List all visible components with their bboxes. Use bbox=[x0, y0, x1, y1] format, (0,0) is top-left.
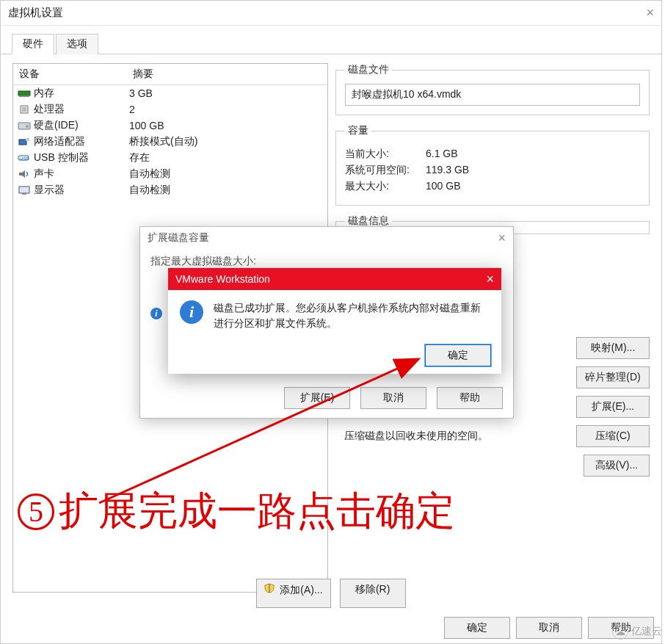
vmware-dialog-titlebar[interactable]: VMware Workstation × bbox=[168, 268, 501, 290]
step-number-icon: 5 bbox=[18, 493, 54, 530]
current-size-label: 当前大小: bbox=[345, 148, 426, 161]
device-row-memory[interactable]: 内存 3 GB bbox=[13, 85, 327, 101]
ok-button[interactable]: 确定 bbox=[444, 617, 510, 639]
disk-icon bbox=[18, 120, 31, 131]
defrag-button[interactable]: 碎片整理(D) bbox=[576, 366, 650, 388]
cancel-button[interactable]: 取消 bbox=[516, 617, 582, 639]
device-row-network[interactable]: 网络适配器 桥接模式(自动) bbox=[13, 134, 327, 150]
tab-hardware[interactable]: 硬件 bbox=[12, 34, 54, 54]
remove-button[interactable]: 移除(R) bbox=[340, 579, 406, 608]
svg-text:USB: USB bbox=[20, 156, 29, 161]
device-row-disk[interactable]: 硬盘(IDE) 100 GB bbox=[13, 117, 327, 134]
add-button[interactable]: 添加(A)... bbox=[256, 579, 330, 608]
annotation-text: 扩展完成一路点击确定 bbox=[59, 485, 455, 538]
max-size-label: 最大大小: bbox=[345, 180, 426, 193]
memory-icon bbox=[18, 88, 31, 98]
annotation-label: 5 扩展完成一路点击确定 bbox=[18, 485, 455, 538]
watermark-text: 亿速云 bbox=[631, 625, 662, 638]
expand-button[interactable]: 扩展(E)... bbox=[576, 396, 650, 418]
info-icon: i bbox=[150, 308, 162, 319]
svg-marker-10 bbox=[19, 170, 25, 178]
watermark: ☁ 亿速云 bbox=[612, 623, 662, 640]
expand-dialog-help-button[interactable]: 帮助 bbox=[437, 387, 503, 409]
svg-rect-11 bbox=[19, 187, 29, 193]
device-row-cpu[interactable]: 处理器 2 bbox=[13, 101, 327, 117]
map-button[interactable]: 映射(M)... bbox=[576, 337, 650, 359]
free-space-value: 119.3 GB bbox=[426, 164, 469, 177]
expand-dialog-title: 扩展磁盘容量 bbox=[148, 231, 498, 245]
vmware-info-dialog: VMware Workstation × i 磁盘已成功扩展。您必须从客户机操作… bbox=[168, 268, 501, 374]
usb-icon: USB bbox=[18, 153, 31, 163]
disk-file-group: 磁盘文件 封喉虚拟机10 x64.vmdk bbox=[335, 63, 650, 115]
vmware-dialog-message: 磁盘已成功扩展。您必须从客户机操作系统内部对磁盘重新进行分区和扩展文件系统。 bbox=[214, 300, 490, 331]
svg-rect-0 bbox=[18, 91, 30, 95]
disk-file-field[interactable]: 封喉虚拟机10 x64.vmdk bbox=[345, 84, 640, 106]
window-title: 虚拟机设置 bbox=[8, 6, 646, 20]
svg-point-5 bbox=[26, 125, 29, 128]
cpu-icon bbox=[18, 104, 31, 115]
window-titlebar[interactable]: 虚拟机设置 × bbox=[1, 1, 661, 26]
close-icon[interactable]: × bbox=[646, 5, 654, 21]
tab-options[interactable]: 选项 bbox=[56, 34, 98, 54]
network-icon bbox=[18, 137, 31, 147]
expand-dialog-titlebar[interactable]: 扩展磁盘容量 × bbox=[140, 227, 513, 249]
expand-instruction: 指定最大虚拟磁盘大小: bbox=[150, 255, 503, 268]
close-icon[interactable]: × bbox=[498, 231, 506, 246]
vmware-dialog-ok-button[interactable]: 确定 bbox=[425, 344, 491, 366]
device-row-usb[interactable]: USB USB 控制器 存在 bbox=[13, 150, 327, 166]
free-space-label: 系统可用空间: bbox=[345, 164, 426, 177]
close-icon[interactable]: × bbox=[486, 272, 494, 287]
column-device[interactable]: 设备 bbox=[13, 64, 127, 84]
advanced-button[interactable]: 高级(V)... bbox=[584, 455, 650, 477]
current-size-value: 6.1 GB bbox=[426, 148, 458, 161]
cloud-icon: ☁ bbox=[612, 623, 628, 640]
capacity-legend: 容量 bbox=[345, 124, 371, 137]
svg-rect-3 bbox=[22, 107, 26, 112]
disk-file-legend: 磁盘文件 bbox=[345, 63, 392, 76]
info-icon: i bbox=[180, 300, 203, 324]
max-size-value: 100 GB bbox=[426, 180, 460, 193]
svg-rect-6 bbox=[19, 140, 26, 145]
compress-text: 压缩磁盘以回收未使用的空间。 bbox=[344, 430, 576, 443]
vmware-dialog-title: VMware Workstation bbox=[175, 273, 486, 285]
sound-icon bbox=[18, 169, 31, 179]
tabs-bar: 硬件 选项 bbox=[1, 26, 661, 54]
svg-rect-1 bbox=[19, 95, 29, 97]
device-row-display[interactable]: 显示器 自动检测 bbox=[13, 182, 327, 198]
device-row-sound[interactable]: 声卡 自动检测 bbox=[13, 166, 327, 182]
compress-button[interactable]: 压缩(C) bbox=[576, 425, 650, 447]
column-summary[interactable]: 摘要 bbox=[127, 64, 327, 84]
expand-dialog-expand-button[interactable]: 扩展(E) bbox=[284, 387, 350, 409]
capacity-group: 容量 当前大小:6.1 GB 系统可用空间:119.3 GB 最大大小:100 … bbox=[335, 124, 650, 206]
svg-rect-12 bbox=[22, 193, 26, 195]
expand-dialog-cancel-button[interactable]: 取消 bbox=[360, 387, 426, 409]
display-icon bbox=[18, 185, 31, 195]
shield-icon bbox=[264, 583, 275, 593]
svg-rect-7 bbox=[26, 138, 29, 141]
